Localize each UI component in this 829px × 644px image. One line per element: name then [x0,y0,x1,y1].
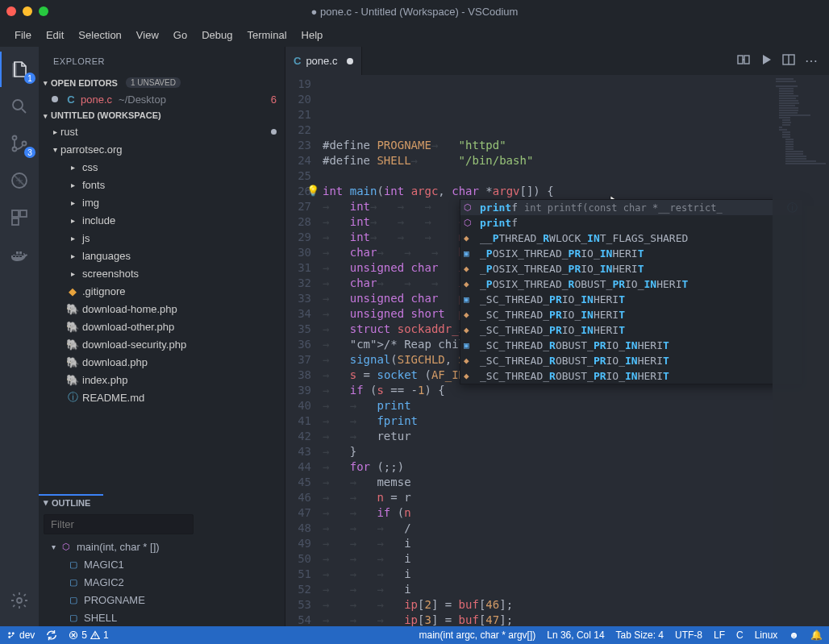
line-gutter: 1920212223242526272829303132333435363738… [285,75,323,626]
svg-rect-6 [20,210,27,217]
cursor-position[interactable]: Ln 36, Col 14 [547,629,604,641]
autocomplete-item[interactable]: ◆_SC_THREAD_ROBUST_PRIO_INHERIT [460,368,802,384]
open-editors-section[interactable]: ▾ OPEN EDITORS 1 UNSAVED [39,75,285,90]
menu-file[interactable]: File [10,26,36,44]
close-window[interactable] [6,6,16,16]
workspace-tree: ▸rust▾parrotsec.org▸css▸fonts▸img▸includ… [39,123,285,406]
activity-bar: 1 3 [0,47,39,626]
problems[interactable]: 5 1 [69,629,108,641]
minimize-window[interactable] [23,6,32,16]
autocomplete-item[interactable]: ⬡printf [460,215,802,231]
file-item[interactable]: 🐘download-other.php [39,318,285,335]
svg-point-3 [23,142,27,146]
search-icon[interactable] [0,89,39,124]
source-control-icon[interactable]: 3 [0,126,39,161]
workspace-section[interactable]: ▾ UNTITLED (WORKSPACE) [39,108,285,123]
autocomplete-item[interactable]: ◆_SC_THREAD_PRIO_INHERIT [460,307,802,322]
outline-symbol[interactable]: ▢SHELL [39,609,285,626]
extensions-icon[interactable] [0,200,39,235]
menu-view[interactable]: View [131,26,164,44]
feedback-icon[interactable]: ☻ [789,629,799,641]
menu-go[interactable]: Go [169,26,192,44]
outline-symbol[interactable]: ▾⬡main(int, char * []) [39,538,285,555]
encoding[interactable]: UTF-8 [675,629,702,641]
open-editor-file[interactable]: C pone.c ~/Desktop 6 [39,90,285,108]
svg-rect-9 [738,56,743,64]
folder-item[interactable]: ▸css [39,158,285,176]
menu-selection[interactable]: Selection [73,26,126,44]
svg-point-2 [13,147,17,152]
modified-dot-icon [347,58,353,64]
eol[interactable]: LF [714,629,725,641]
autocomplete-item[interactable]: ◆_SC_THREAD_ROBUST_PRIO_INHERIT [460,353,802,368]
autocomplete-item[interactable]: ▣_SC_THREAD_ROBUST_PRIO_INHERIT [460,338,802,353]
autocomplete-item[interactable]: ◆_SC_THREAD_PRIO_INHERIT [460,322,802,338]
code-editor[interactable]: 1920212223242526272829303132333435363738… [285,75,829,626]
language-mode[interactable]: C [736,629,744,641]
outline-filter-input[interactable] [44,514,194,534]
file-item[interactable]: 🐘download-security.php [39,335,285,353]
tab-size[interactable]: Tab Size: 4 [616,629,664,641]
explorer-sidebar: EXPLORER ▾ OPEN EDITORS 1 UNSAVED C pone… [39,47,285,626]
file-item[interactable]: 🐘download-home.php [39,300,285,318]
autocomplete-item[interactable]: ⬡printfint printf(const char *__restrict… [460,200,802,215]
lightbulb-icon[interactable]: 💡 [306,183,319,198]
workspace-root[interactable]: ▸rust [39,123,285,140]
outline-symbol[interactable]: ▢PROGNAME [39,591,285,609]
split-editor-icon[interactable] [782,53,795,69]
menu-debug[interactable]: Debug [197,26,237,44]
editor-area: C pone.c ⋯ 19202122232425262728293031323… [285,47,829,626]
maximize-window[interactable] [39,6,48,16]
code-content[interactable]: 💡 #define PROGNAME→ "httpd"#define SHELL… [323,75,829,626]
file-item[interactable]: 🐘index.php [39,371,285,388]
file-item[interactable]: ◆.gitignore [39,282,285,300]
file-item[interactable]: 🐘download.php [39,353,285,371]
autocomplete-item[interactable]: ▣_SC_THREAD_PRIO_INHERIT [460,292,802,307]
os-indicator[interactable]: Linux [755,629,778,641]
folder-item[interactable]: ▸screenshots [39,264,285,282]
explorer-badge: 1 [24,73,35,84]
folder-item[interactable]: ▸js [39,229,285,247]
sidebar-title: EXPLORER [39,47,285,75]
editor-actions: ⋯ [737,53,824,69]
outline-symbol[interactable]: ▢MAGIC2 [39,573,285,591]
editor-tab[interactable]: C pone.c [285,47,362,75]
settings-gear-icon[interactable] [0,583,39,618]
window-title: ● pone.c - Untitled (Workspace) - VSCodi… [48,6,829,18]
svg-rect-10 [744,56,749,64]
minimap[interactable] [773,75,829,626]
autocomplete-item[interactable]: ▣_POSIX_THREAD_PRIO_INHERIT [460,246,802,261]
more-icon[interactable]: ⋯ [805,53,818,69]
svg-point-8 [17,598,22,603]
editor-tabs: C pone.c ⋯ [285,47,829,75]
breadcrumb-context[interactable]: main(int argc, char * argv[]) [419,629,536,641]
git-branch[interactable]: dev [6,629,35,641]
menu-help[interactable]: Help [297,26,328,44]
run-icon[interactable] [760,53,773,69]
svg-point-1 [13,136,17,140]
folder-item[interactable]: ▸fonts [39,176,285,193]
sync-icon[interactable] [46,629,57,641]
autocomplete-item[interactable]: ◆_POSIX_THREAD_ROBUST_PRIO_INHERIT [460,276,802,292]
notifications-icon[interactable]: 🔔 [810,629,823,641]
explorer-icon[interactable]: 1 [0,52,39,87]
debug-icon[interactable] [0,163,39,198]
docker-icon[interactable] [0,237,39,272]
outline-symbol[interactable]: ▢MAGIC1 [39,555,285,573]
autocomplete-item[interactable]: ◆_POSIX_THREAD_PRIO_INHERIT [460,261,802,276]
folder-item[interactable]: ▸include [39,211,285,229]
scm-badge: 3 [24,147,35,158]
compare-icon[interactable] [737,53,750,69]
status-bar: dev 5 1 main(int argc, char * argv[]) Ln… [0,626,829,644]
autocomplete-item[interactable]: ◆__PTHREAD_RWLOCK_INT_FLAGS_SHARED [460,231,802,246]
svg-rect-5 [12,210,19,217]
svg-point-0 [13,100,23,110]
file-item[interactable]: ⓘREADME.md [39,388,285,406]
outline-section[interactable]: ▾ OUTLINE [39,494,285,511]
autocomplete-popup[interactable]: ⬡printfint printf(const char *__restrict… [460,199,803,384]
workspace-root[interactable]: ▾parrotsec.org [39,140,285,158]
menu-terminal[interactable]: Terminal [242,26,291,44]
folder-item[interactable]: ▸img [39,193,285,211]
folder-item[interactable]: ▸languages [39,247,285,264]
menu-edit[interactable]: Edit [41,26,69,44]
